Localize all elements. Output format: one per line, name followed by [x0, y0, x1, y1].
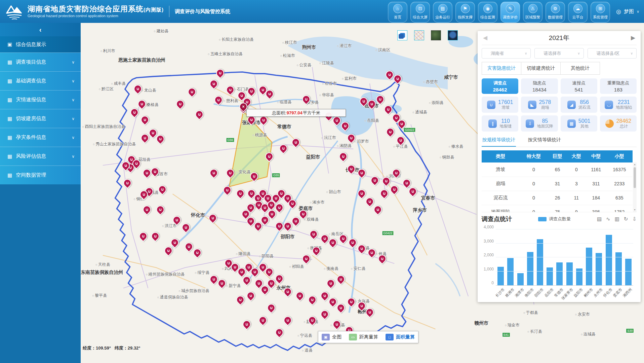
- nav-monitoring[interactable]: ◉综合监测: [478, 2, 497, 23]
- map-label: 通城县: [412, 109, 427, 115]
- satellite-map-thumbnail[interactable]: [431, 30, 441, 40]
- tile-label: 其他: [580, 124, 589, 129]
- bar-chart-icon[interactable]: ▥: [615, 216, 619, 222]
- sidebar-item-disaster-report[interactable]: ▦灾情速报信息∨: [0, 90, 81, 109]
- bar-常德市[interactable]: [556, 262, 563, 285]
- nav-system-mgmt[interactable]: ⊞系统管理: [591, 2, 610, 23]
- disaster-report-icon: ▦: [7, 97, 12, 103]
- bar-长沙市[interactable]: [497, 267, 504, 285]
- app-title-block: 湖南省地质灾害防治综合应用系统(内测版) Geological hazard p…: [28, 5, 164, 18]
- landslide-icon: ∪: [386, 71, 393, 78]
- street-map-thumbnail[interactable]: [414, 30, 424, 40]
- user-menu[interactable]: ◎ 梦图 ∨: [616, 8, 639, 15]
- bar-郴州市[interactable]: [586, 248, 592, 285]
- map-tool-full-extent[interactable]: ▣全图: [322, 334, 341, 340]
- map-tool-distance-measure[interactable]: ▭距离量算: [349, 334, 378, 340]
- bar-岳阳市[interactable]: [547, 267, 553, 285]
- sidebar-collapse-button[interactable]: ‹: [0, 23, 81, 36]
- map-label: 汨罗市: [354, 138, 369, 144]
- stat-card[interactable]: 调查点28462: [482, 78, 518, 94]
- tab-1[interactable]: 切坡建房统计: [521, 62, 561, 75]
- chart-plot: 01,0002,0003,0004,000: [496, 230, 633, 286]
- download-icon[interactable]: ⇩: [632, 216, 637, 222]
- tab-2[interactable]: 其他统计: [560, 62, 600, 75]
- stat-card[interactable]: 重要隐患点183: [600, 78, 637, 94]
- chart-header: 调查点统计 调查点数量 ▤∿▥↻⇩: [482, 215, 637, 223]
- year-prev-button[interactable]: ◀: [482, 34, 489, 41]
- sidebar-item-overview[interactable]: ▣综合信息展示: [0, 36, 81, 52]
- sidebar-item-basic-survey[interactable]: ▦基础调查信息∨: [0, 71, 81, 90]
- nav-command-support[interactable]: ⚑指挥支撑: [455, 2, 475, 23]
- landslide-icon: ∪: [403, 180, 410, 186]
- scroll-thumb[interactable]: [634, 167, 636, 188]
- nav-data-mgmt[interactable]: ⚙数据管理: [546, 2, 565, 23]
- tab-0[interactable]: 灾害隐患统计: [482, 62, 521, 75]
- scroll-down-icon[interactable]: ▼: [634, 208, 636, 212]
- map-label: 枝江市: [282, 40, 297, 45]
- system-mgmt-icon: ⊞: [596, 4, 605, 13]
- line-chart-icon[interactable]: ∿: [606, 216, 610, 222]
- road-badge: S30: [626, 328, 634, 333]
- overview-icon: ▣: [7, 41, 12, 47]
- bar-湘潭市[interactable]: [517, 273, 524, 285]
- bar-邵阳市[interactable]: [537, 239, 543, 285]
- road-badge: G56: [226, 138, 234, 142]
- map-label: 黎平县: [92, 293, 107, 298]
- hazard-type-tiles: ∪17601滑坡◣2578崩塌◢856泥石流◡2231地面塌陷∥110地裂缝⇩8…: [482, 97, 637, 132]
- sidebar-item-slope-housing[interactable]: ▦切坡建房信息∨: [0, 109, 81, 128]
- chart-legend[interactable]: 调查点数量: [512, 216, 597, 222]
- nav-region-warning[interactable]: ⚠区域预警: [523, 2, 542, 23]
- sidebar-item-risk-eval[interactable]: ▦风险评估信息∨: [0, 147, 81, 166]
- bar-怀化市[interactable]: [606, 235, 612, 285]
- nav-cloud-platform[interactable]: ☁云平台: [568, 2, 588, 23]
- landslide-icon: ∪: [152, 233, 159, 240]
- nav-big-screen[interactable]: ⊡综合大屏: [410, 2, 430, 23]
- refresh-icon[interactable]: ↻: [624, 216, 628, 222]
- data-view-icon[interactable]: ▤: [597, 216, 602, 222]
- legend-swatch: [538, 217, 547, 221]
- nav-business-run[interactable]: ▤业务运行: [433, 2, 452, 23]
- landslide-icon: ∪: [140, 233, 147, 240]
- x-axis-label: 株洲市: [504, 287, 515, 298]
- eye-icon[interactable]: ◎: [616, 8, 621, 15]
- landslide-icon: ∪: [313, 247, 320, 254]
- sidebar-item-spatial-data[interactable]: ▦空间数据管理: [0, 166, 81, 184]
- stat-card[interactable]: 速报点541: [561, 78, 597, 94]
- sidebar-item-label: 综合信息展示: [16, 41, 81, 48]
- sidebar-item-hazard-condition[interactable]: ▦孕灾条件信息∨: [0, 128, 81, 147]
- region-select-2[interactable]: 请选择县/区∨: [588, 48, 637, 59]
- chevron-down-icon: ∨: [72, 154, 75, 159]
- region-select-0[interactable]: 湖南省∨: [482, 48, 531, 59]
- nav-label: 系统管理: [593, 14, 608, 20]
- nav-label: 综合监测: [480, 14, 495, 20]
- sidebar-item-survey-project[interactable]: ▦调查项目信息∨: [0, 52, 81, 71]
- tile-label: 泥石流: [578, 105, 591, 110]
- stat-card-label: 隐患点: [533, 80, 546, 86]
- tile-label: 地面沉降: [537, 124, 553, 129]
- landslide-icon: ∪: [289, 200, 296, 207]
- scroll-up-icon[interactable]: ▲: [634, 162, 636, 167]
- subtab-0[interactable]: 按规模等级统计: [482, 136, 516, 147]
- bar-永州市[interactable]: [596, 253, 602, 285]
- tooltip-value: 9797.04: [287, 110, 303, 115]
- bar-湘西州[interactable]: [625, 259, 632, 285]
- bar-株洲市[interactable]: [507, 258, 514, 285]
- layers-icon[interactable]: [397, 30, 407, 40]
- stat-card[interactable]: 隐患点18434: [521, 78, 558, 94]
- globe-map-thumbnail[interactable]: [448, 30, 458, 40]
- bar-张家界市[interactable]: [566, 262, 573, 285]
- map-label: 宜春市: [421, 195, 435, 201]
- region-select-1[interactable]: 请选择市∨: [534, 48, 583, 59]
- stat-card-value: 183: [614, 87, 622, 93]
- landslide-icon: ∪: [329, 298, 336, 305]
- map-label: 连城县: [581, 331, 596, 337]
- table-scrollbar[interactable]: ▲ ▼: [633, 162, 637, 212]
- landslide-icon: ∪: [337, 276, 344, 283]
- year-next-button[interactable]: ▶: [630, 34, 637, 41]
- nav-survey-eval[interactable]: ✎调查评价: [500, 2, 520, 23]
- map-tool-area-measure[interactable]: □面积量算: [386, 334, 415, 340]
- nav-home[interactable]: ⌂首页: [388, 2, 407, 23]
- map-label: 通道侗族自治县: [157, 294, 188, 300]
- subtab-1[interactable]: 按灾情等级统计: [527, 136, 562, 147]
- x-axis-label: 湘潭市: [514, 287, 525, 298]
